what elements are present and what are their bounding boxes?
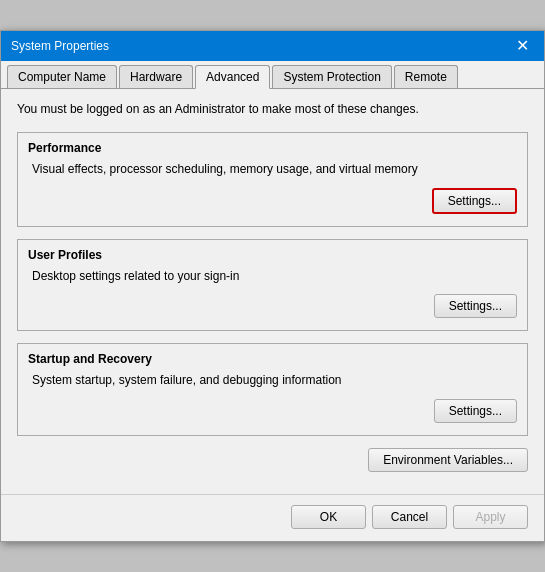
- performance-title: Performance: [28, 141, 517, 155]
- cancel-button[interactable]: Cancel: [372, 505, 447, 529]
- tab-computer-name[interactable]: Computer Name: [7, 65, 117, 88]
- ok-button[interactable]: OK: [291, 505, 366, 529]
- user-profiles-section: User Profiles Desktop settings related t…: [17, 239, 528, 332]
- user-profiles-title: User Profiles: [28, 248, 517, 262]
- footer: OK Cancel Apply: [1, 494, 544, 541]
- startup-recovery-title: Startup and Recovery: [28, 352, 517, 366]
- user-profiles-settings-button[interactable]: Settings...: [434, 294, 517, 318]
- apply-button[interactable]: Apply: [453, 505, 528, 529]
- user-profiles-description: Desktop settings related to your sign-in: [32, 268, 517, 285]
- performance-description: Visual effects, processor scheduling, me…: [32, 161, 517, 178]
- tab-advanced[interactable]: Advanced: [195, 65, 270, 89]
- environment-variables-button[interactable]: Environment Variables...: [368, 448, 528, 472]
- info-text: You must be logged on as an Administrato…: [17, 101, 528, 118]
- startup-recovery-description: System startup, system failure, and debu…: [32, 372, 517, 389]
- tab-remote[interactable]: Remote: [394, 65, 458, 88]
- performance-button-row: Settings...: [28, 188, 517, 214]
- startup-recovery-button-row: Settings...: [28, 399, 517, 423]
- tab-bar: Computer Name Hardware Advanced System P…: [1, 61, 544, 89]
- title-bar: System Properties ✕: [1, 31, 544, 61]
- tab-system-protection[interactable]: System Protection: [272, 65, 391, 88]
- startup-recovery-settings-button[interactable]: Settings...: [434, 399, 517, 423]
- user-profiles-button-row: Settings...: [28, 294, 517, 318]
- system-properties-window: System Properties ✕ Computer Name Hardwa…: [0, 30, 545, 542]
- tab-hardware[interactable]: Hardware: [119, 65, 193, 88]
- close-button[interactable]: ✕: [510, 34, 534, 58]
- performance-section: Performance Visual effects, processor sc…: [17, 132, 528, 227]
- env-variables-row: Environment Variables...: [17, 448, 528, 472]
- window-title: System Properties: [11, 39, 109, 53]
- tab-content: You must be logged on as an Administrato…: [1, 89, 544, 494]
- performance-settings-button[interactable]: Settings...: [432, 188, 517, 214]
- startup-recovery-section: Startup and Recovery System startup, sys…: [17, 343, 528, 436]
